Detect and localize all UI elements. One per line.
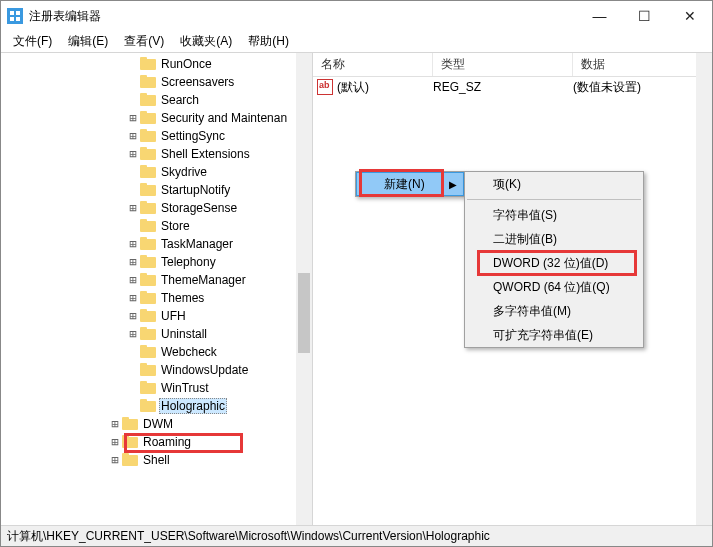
folder-icon (140, 363, 156, 377)
tree-item[interactable]: ⊞Uninstall (1, 325, 312, 343)
tree-item[interactable]: ⊞Security and Maintenan (1, 109, 312, 127)
expand-icon[interactable]: ⊞ (127, 111, 139, 125)
value-name: (默认) (337, 79, 369, 96)
tree-label: WinTrust (159, 381, 211, 395)
tree-item[interactable]: WinTrust (1, 379, 312, 397)
tree-item[interactable]: ⊞Shell Extensions (1, 145, 312, 163)
tree-label: SettingSync (159, 129, 227, 143)
list-row[interactable]: ab (默认) REG_SZ (数值未设置) (313, 77, 712, 97)
tree-item[interactable]: Screensavers (1, 73, 312, 91)
expand-icon[interactable]: ⊞ (127, 327, 139, 341)
list-header: 名称 类型 数据 (313, 53, 712, 77)
folder-icon (122, 435, 138, 449)
minimize-button[interactable]: — (577, 1, 622, 31)
folder-icon (140, 273, 156, 287)
tree-item[interactable]: ⊞Themes (1, 289, 312, 307)
tree-label: Roaming (141, 435, 193, 449)
tree-item[interactable]: StartupNotify (1, 181, 312, 199)
col-header-data[interactable]: 数据 (573, 53, 712, 76)
tree-label: Shell Extensions (159, 147, 252, 161)
ctx-new[interactable]: 新建(N) ▶ (356, 172, 464, 196)
maximize-button[interactable]: ☐ (622, 1, 667, 31)
expand-icon[interactable]: ⊞ (127, 309, 139, 323)
value-data: (数值未设置) (573, 79, 712, 96)
value-type: REG_SZ (433, 80, 573, 94)
menu-view[interactable]: 查看(V) (118, 31, 170, 52)
tree-item[interactable]: Skydrive (1, 163, 312, 181)
tree-item[interactable]: ⊞StorageSense (1, 199, 312, 217)
tree-label: Skydrive (159, 165, 209, 179)
tree-item[interactable]: WindowsUpdate (1, 361, 312, 379)
col-header-type[interactable]: 类型 (433, 53, 573, 76)
tree-item[interactable]: ⊞Telephony (1, 253, 312, 271)
folder-icon (140, 165, 156, 179)
tree-scrollbar[interactable] (296, 53, 312, 525)
tree-item[interactable]: ⊞Shell (1, 451, 312, 469)
tree-item[interactable]: ⊞DWM (1, 415, 312, 433)
tree-item[interactable]: Holographic (1, 397, 312, 415)
app-icon (7, 8, 23, 24)
tree-label: UFH (159, 309, 188, 323)
values-scrollbar[interactable] (696, 53, 712, 525)
tree-label: ThemeManager (159, 273, 248, 287)
expand-icon[interactable]: ⊞ (127, 147, 139, 161)
tree-item[interactable]: ⊞SettingSync (1, 127, 312, 145)
tree-label: DWM (141, 417, 175, 431)
ctx-key[interactable]: 项(K) (465, 172, 643, 196)
ctx-qword[interactable]: QWORD (64 位)值(Q) (465, 275, 643, 299)
ctx-new-label: 新建(N) (384, 176, 425, 193)
tree-label: RunOnce (159, 57, 214, 71)
expand-icon[interactable]: ⊞ (127, 237, 139, 251)
context-menu: 新建(N) ▶ 项(K) 字符串值(S) 二进制值(B) DWORD (32 位… (355, 171, 465, 197)
ctx-dword[interactable]: DWORD (32 位)值(D) (465, 251, 643, 275)
expand-icon[interactable]: ⊞ (127, 129, 139, 143)
ctx-multi[interactable]: 多字符串值(M) (465, 299, 643, 323)
ctx-string[interactable]: 字符串值(S) (465, 203, 643, 227)
ctx-expand[interactable]: 可扩充字符串值(E) (465, 323, 643, 347)
folder-icon (140, 147, 156, 161)
tree-label: Screensavers (159, 75, 236, 89)
values-pane: 名称 类型 数据 ab (默认) REG_SZ (数值未设置) 新建(N) ▶ … (313, 53, 712, 525)
expand-icon[interactable]: ⊞ (109, 417, 121, 431)
folder-icon (140, 93, 156, 107)
expand-icon[interactable]: ⊞ (127, 255, 139, 269)
tree-label: Themes (159, 291, 206, 305)
folder-icon (140, 291, 156, 305)
tree-item[interactable]: Webcheck (1, 343, 312, 361)
expand-icon[interactable]: ⊞ (109, 435, 121, 449)
expand-icon[interactable]: ⊞ (109, 453, 121, 467)
expand-icon[interactable]: ⊞ (127, 273, 139, 287)
chevron-right-icon: ▶ (449, 179, 457, 190)
menu-edit[interactable]: 编辑(E) (62, 31, 114, 52)
tree-pane: RunOnceScreensaversSearch⊞Security and M… (1, 53, 313, 525)
folder-icon (140, 219, 156, 233)
tree-label: StorageSense (159, 201, 239, 215)
close-button[interactable]: ✕ (667, 1, 712, 31)
col-header-name[interactable]: 名称 (313, 53, 433, 76)
ctx-binary[interactable]: 二进制值(B) (465, 227, 643, 251)
expand-icon[interactable]: ⊞ (127, 291, 139, 305)
menu-favorites[interactable]: 收藏夹(A) (174, 31, 238, 52)
tree-item[interactable]: ⊞ThemeManager (1, 271, 312, 289)
tree-label: Telephony (159, 255, 218, 269)
folder-icon (140, 345, 156, 359)
context-submenu: 项(K) 字符串值(S) 二进制值(B) DWORD (32 位)值(D) QW… (464, 171, 644, 348)
expand-icon[interactable]: ⊞ (127, 201, 139, 215)
tree-item[interactable]: ⊞TaskManager (1, 235, 312, 253)
tree-item[interactable]: RunOnce (1, 55, 312, 73)
tree-item[interactable]: ⊞UFH (1, 307, 312, 325)
status-path: 计算机\HKEY_CURRENT_USER\Software\Microsoft… (7, 528, 490, 545)
window-title: 注册表编辑器 (29, 8, 577, 25)
folder-icon (122, 417, 138, 431)
menu-help[interactable]: 帮助(H) (242, 31, 295, 52)
statusbar: 计算机\HKEY_CURRENT_USER\Software\Microsoft… (1, 525, 712, 547)
folder-icon (140, 399, 156, 413)
menu-file[interactable]: 文件(F) (7, 31, 58, 52)
tree-item[interactable]: Search (1, 91, 312, 109)
tree-item[interactable]: Store (1, 217, 312, 235)
registry-tree[interactable]: RunOnceScreensaversSearch⊞Security and M… (1, 53, 312, 469)
tree-label: TaskManager (159, 237, 235, 251)
tree-label: Store (159, 219, 192, 233)
tree-item[interactable]: ⊞Roaming (1, 433, 312, 451)
folder-icon (140, 57, 156, 71)
